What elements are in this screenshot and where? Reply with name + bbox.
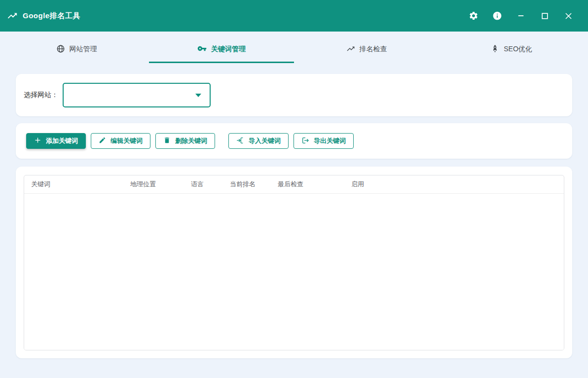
- column-header-location: 地理位置: [130, 180, 191, 189]
- app-title: Google排名工具: [23, 11, 80, 21]
- trending-up-icon: [346, 44, 355, 55]
- edit-keyword-label: 编辑关键词: [110, 137, 143, 145]
- table-body-empty: [24, 194, 564, 350]
- globe-icon: [56, 44, 65, 55]
- plus-icon: [34, 137, 41, 145]
- tabbar: 网站管理 关键词管理 排名检查 SEO优化: [4, 35, 584, 63]
- export-keyword-label: 导出关键词: [314, 137, 346, 145]
- minimize-icon[interactable]: [515, 10, 527, 22]
- import-keyword-label: 导入关键词: [249, 137, 281, 145]
- trash-icon: [163, 137, 171, 145]
- info-icon[interactable]: [491, 10, 503, 22]
- tab-keyword-management[interactable]: 关键词管理: [149, 35, 294, 63]
- keyword-table-card: 关键词 地理位置 语言 当前排名 最后检查 启用: [16, 167, 572, 358]
- settings-gear-icon[interactable]: [468, 10, 479, 22]
- key-icon: [197, 44, 207, 55]
- close-icon[interactable]: [562, 10, 574, 22]
- tab-label: 排名检查: [360, 45, 387, 54]
- export-icon: [301, 137, 309, 146]
- tab-rank-check[interactable]: 排名检查: [294, 35, 439, 63]
- maximize-icon[interactable]: [539, 10, 551, 22]
- export-keyword-button[interactable]: 导出关键词: [294, 133, 354, 149]
- keyword-toolbar-card: 添加关键词 编辑关键词 删除关键词 导入关键词: [16, 123, 572, 159]
- chevron-down-icon: [195, 94, 201, 97]
- pencil-icon: [99, 137, 106, 145]
- import-icon: [236, 137, 244, 146]
- add-keyword-button[interactable]: 添加关键词: [26, 133, 86, 149]
- column-header-last-check: 最后检查: [278, 180, 351, 189]
- add-keyword-label: 添加关键词: [46, 137, 78, 145]
- edit-keyword-button[interactable]: 编辑关键词: [91, 133, 150, 149]
- import-keyword-button[interactable]: 导入关键词: [228, 133, 289, 149]
- site-selector-label: 选择网站：: [24, 91, 58, 100]
- tab-label: SEO优化: [504, 45, 532, 54]
- column-header-language: 语言: [191, 180, 230, 189]
- keyword-table: 关键词 地理位置 语言 当前排名 最后检查 启用: [24, 175, 564, 350]
- delete-keyword-button[interactable]: 删除关键词: [155, 133, 215, 149]
- column-header-enabled: 启用: [351, 180, 564, 189]
- column-header-current-rank: 当前排名: [230, 180, 278, 189]
- delete-keyword-label: 删除关键词: [175, 137, 207, 145]
- trending-up-icon: [7, 10, 18, 21]
- site-selector-card: 选择网站：: [16, 74, 572, 116]
- rocket-icon: [491, 44, 499, 54]
- column-header-keyword: 关键词: [24, 180, 130, 189]
- table-header-row: 关键词 地理位置 语言 当前排名 最后检查 启用: [24, 175, 564, 194]
- tab-label: 网站管理: [70, 45, 97, 54]
- tab-label: 关键词管理: [211, 45, 246, 54]
- tab-website-management[interactable]: 网站管理: [4, 35, 149, 63]
- tab-seo-optimization[interactable]: SEO优化: [439, 35, 584, 63]
- site-select-dropdown[interactable]: [63, 83, 211, 107]
- titlebar: Google排名工具: [0, 0, 588, 32]
